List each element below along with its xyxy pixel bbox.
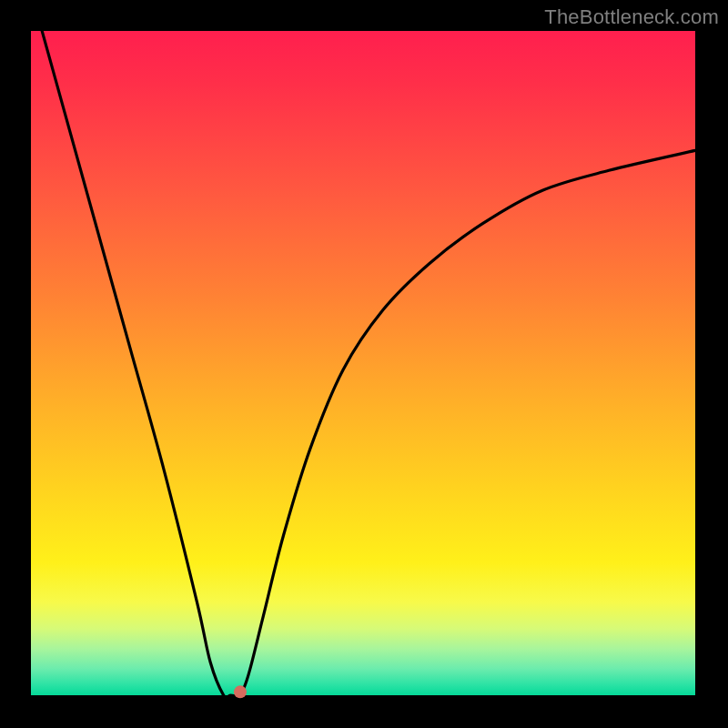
plot-area [31,31,695,695]
chart-frame: TheBottleneck.com [0,0,728,728]
watermark-text: TheBottleneck.com [544,5,719,29]
bottleneck-curve [31,0,695,698]
chart-svg [31,31,695,695]
marker-dot [234,685,247,698]
